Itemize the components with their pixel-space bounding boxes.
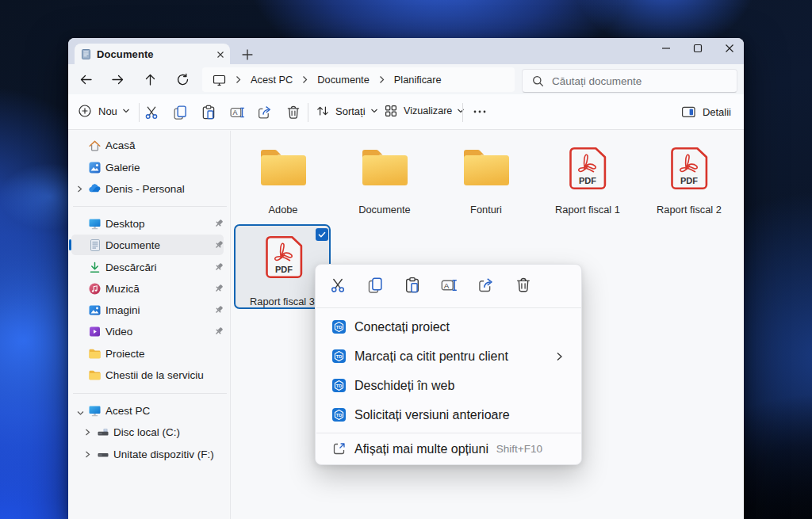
svg-text:PDF: PDF (275, 265, 293, 274)
svg-text:TD: TD (336, 384, 342, 388)
svg-text:A: A (232, 109, 237, 116)
svg-text:TD: TD (336, 325, 342, 330)
svg-text:PDF: PDF (680, 176, 698, 185)
svg-text:TD: TD (336, 354, 342, 359)
svg-text:A: A (444, 281, 450, 290)
svg-text:PDF: PDF (579, 176, 596, 185)
svg-text:TD: TD (336, 413, 342, 418)
